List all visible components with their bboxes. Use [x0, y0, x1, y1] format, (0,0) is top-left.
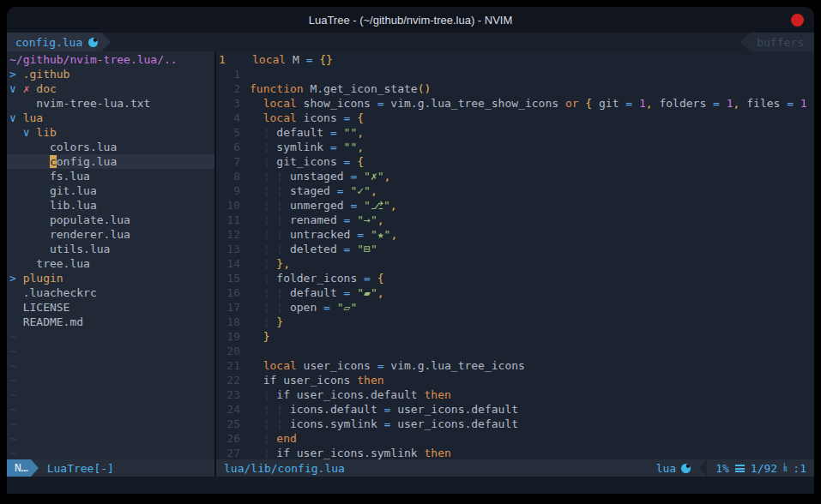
tree-buffer-name: LuaTree[-]: [47, 462, 114, 475]
tree-item[interactable]: > plugin: [7, 271, 214, 285]
code-line[interactable]: 16 ¦ ¦ default = "▰",: [216, 285, 814, 300]
code-text: }: [244, 329, 269, 344]
code-line[interactable]: 18 ¦ }: [216, 315, 814, 329]
code-text: ¦ if user_icons.symlink then: [244, 446, 451, 459]
line-number: 22: [216, 373, 244, 387]
command-line[interactable]: [7, 477, 814, 494]
close-button-icon[interactable]: [791, 14, 804, 27]
code-line[interactable]: 10 ¦ ¦ unmerged = "⎇",: [216, 198, 814, 213]
column-indicator: :1: [793, 462, 806, 475]
line-number: 15: [216, 271, 244, 285]
code-line[interactable]: 13 ¦ ¦ deleted = "⊟": [216, 242, 814, 256]
empty-line: ~: [7, 329, 214, 344]
code-line[interactable]: 9 ¦ ¦ staged = "✓",: [216, 183, 814, 198]
tree-item[interactable]: README.md: [7, 315, 214, 329]
code-text: ¦ ¦ staged = "✓",: [244, 183, 377, 198]
file-tree: ~/github/nvim-tree.lua/..> .github∨ ✗ do…: [7, 51, 214, 459]
chevron-icon[interactable]: >: [9, 68, 23, 81]
line-number: 1: [216, 67, 244, 81]
line-number: 13: [216, 242, 244, 256]
code-line[interactable]: 1: [216, 67, 814, 81]
code-line[interactable]: 12 ¦ ¦ untracked = "★",: [216, 227, 814, 242]
code-line[interactable]: 26 ¦ end: [216, 431, 814, 446]
code-text: ¦ ¦ deleted = "⊟": [244, 242, 377, 256]
code-text: ¦ ¦ unstaged = "✗",: [244, 169, 390, 183]
line-number: 7: [216, 154, 244, 169]
code-line[interactable]: 1local M = {}: [216, 52, 814, 67]
statusline-right: lua/lib/config.lua lua 1% 1/92 L N :1: [216, 459, 814, 477]
tree-item[interactable]: .luacheckrc: [7, 285, 214, 300]
code-line[interactable]: 23 ¦ if user_icons.default then: [216, 387, 814, 402]
line-number: 4: [216, 111, 244, 125]
code-text: ¦ ¦ icons.symlink = user_icons.default: [244, 417, 518, 431]
tree-item[interactable]: > .github: [7, 67, 214, 81]
main-area: ~/github/nvim-tree.lua/..> .github∨ ✗ do…: [7, 51, 814, 459]
empty-line: ~: [7, 373, 214, 387]
code-line[interactable]: 20: [216, 344, 814, 358]
tab-arrow-separator: [101, 33, 111, 51]
line-number: 6: [216, 140, 244, 154]
code-line[interactable]: 6 ¦ symlink = "",: [216, 140, 814, 154]
code-text: ¦ end: [244, 431, 297, 446]
nvim-window: LuaTree - (~/github/nvim-tree.lua) - NVI…: [7, 7, 814, 494]
code-text: local show_icons = vim.g.lua_tree_show_i…: [244, 96, 814, 111]
tab-config-lua[interactable]: config.lua: [7, 33, 101, 51]
code-line[interactable]: 8 ¦ ¦ unstaged = "✗",: [216, 169, 814, 183]
tree-item[interactable]: ∨ lua: [7, 111, 214, 125]
tree-item[interactable]: tree.lua: [7, 256, 214, 271]
tree-item[interactable]: nvim-tree-lua.txt: [7, 96, 214, 111]
code-line[interactable]: 4 local icons = {: [216, 111, 814, 125]
code-line[interactable]: 7 ¦ git_icons = {: [216, 154, 814, 169]
tree-item[interactable]: populate.lua: [7, 213, 214, 227]
tree-item[interactable]: utils.lua: [7, 242, 214, 256]
code-text: function M.get_icon_state(): [244, 81, 431, 96]
code-text: local M = {}: [246, 52, 333, 67]
chevron-icon[interactable]: ∨: [9, 82, 23, 95]
code-line[interactable]: 11 ¦ ¦ renamed = "→",: [216, 213, 814, 227]
code-line[interactable]: 2function M.get_icon_state(): [216, 81, 814, 96]
tree-item[interactable]: fs.lua: [7, 169, 214, 183]
code-line[interactable]: 25 ¦ ¦ icons.symlink = user_icons.defaul…: [216, 417, 814, 431]
powerline-arrow-icon: [31, 459, 39, 477]
filetype-label: lua: [656, 462, 676, 475]
empty-line: ~: [7, 431, 214, 446]
line-number: 1: [216, 52, 246, 67]
tree-item[interactable]: LICENSE: [7, 300, 214, 315]
code-text: ¦ ¦ icons.default = user_icons.default: [244, 402, 518, 417]
code-line[interactable]: 24 ¦ ¦ icons.default = user_icons.defaul…: [216, 402, 814, 417]
code-line[interactable]: 5 ¦ default = "",: [216, 125, 814, 140]
chevron-icon[interactable]: >: [9, 272, 23, 285]
code-text: ¦ ¦ renamed = "→",: [244, 213, 384, 227]
line-number: 24: [216, 402, 244, 417]
chevron-icon[interactable]: ∨: [23, 126, 37, 139]
line-number: 5: [216, 125, 244, 140]
line-number: 27: [216, 446, 244, 459]
code-line[interactable]: 17 ¦ ¦ open = "▱": [216, 300, 814, 315]
code-text: ¦ ¦ open = "▱": [244, 300, 357, 315]
code-line[interactable]: 3 local show_icons = vim.g.lua_tree_show…: [216, 96, 814, 111]
code-text: [244, 67, 250, 81]
chevron-icon[interactable]: ∨: [9, 111, 23, 124]
code-text: ¦ ¦ untracked = "★",: [244, 227, 397, 242]
code-line[interactable]: 19 }: [216, 329, 814, 344]
tree-item[interactable]: config.lua: [7, 154, 214, 169]
code-line[interactable]: 22 if user_icons then: [216, 373, 814, 387]
empty-line: ~: [7, 358, 214, 373]
code-line[interactable]: 14 ¦ },: [216, 256, 814, 271]
empty-line: ~: [7, 417, 214, 431]
tree-item[interactable]: lib.lua: [7, 198, 214, 213]
tree-item[interactable]: colors.lua: [7, 140, 214, 154]
code-line[interactable]: 27 ¦ if user_icons.symlink then: [216, 446, 814, 459]
line-number: 11: [216, 213, 244, 227]
tree-item[interactable]: git.lua: [7, 183, 214, 198]
tree-item[interactable]: renderer.lua: [7, 227, 214, 242]
editor-buffer: 1local M = {}12function M.get_icon_state…: [214, 51, 814, 459]
tree-item[interactable]: ∨ ✗ doc: [7, 81, 214, 96]
code-line[interactable]: 21 local user_icons = vim.g.lua_tree_ico…: [216, 358, 814, 373]
statusline: N… LuaTree[-] lua/lib/config.lua lua 1% …: [7, 459, 814, 477]
powerline-chevron-left-icon: [699, 459, 707, 477]
code-line[interactable]: 15 ¦ folder_icons = {: [216, 271, 814, 285]
tree-item[interactable]: ~/github/nvim-tree.lua/..: [7, 52, 214, 67]
tree-item[interactable]: ∨ lib: [7, 125, 214, 140]
buffers-segment[interactable]: buffers: [740, 33, 814, 51]
